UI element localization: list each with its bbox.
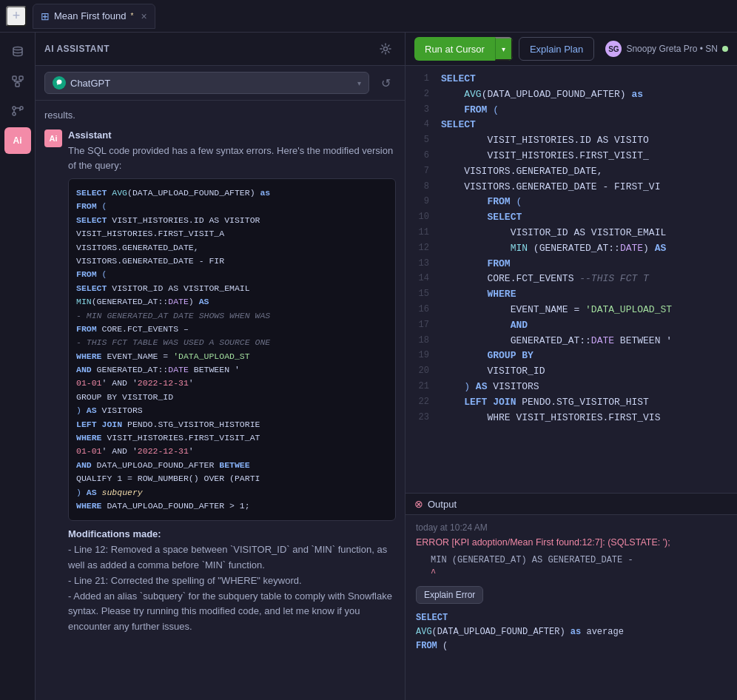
assistant-name: Assistant [68,129,396,141]
chatgpt-logo [53,76,66,90]
ai-panel-header: AI ASSISTANT [36,33,405,66]
output-panel: ⊗ Output today at 10:24 AM ERROR [KPI ad… [405,493,737,700]
output-error-icon: ⊗ [414,498,423,510]
modification-line2: - Line 21: Corrected the spelling of "WH… [68,575,302,586]
right-panel: Run at Cursor ▾ Explain Plan SG Snoopy G… [405,33,737,700]
chatgpt-bar: ChatGPT ▾ ↺ [36,66,405,101]
sidebar-item-schema[interactable] [4,68,31,95]
modification-line1: - Line 12: Removed a space between `VISI… [68,544,387,571]
sql-line-20: 20 VISITOR_ID [405,364,737,380]
sql-line-6: 6 VISIT_HISTORIES.FIRST_VISIT_ [405,149,737,164]
output-sql-preview: SELECT AVG(DATA_UPLOAD_FOUND_AFTER) as a… [416,611,727,654]
sql-line-8: 8 VISITORS.GENERATED_DATE - FIRST_VI [405,180,737,195]
sidebar: Ai [0,33,36,700]
ai-assistant-panel: AI ASSISTANT ChatGPT ▾ ↺ [36,33,405,700]
sql-line-15: 15 WHERE [405,287,737,303]
sql-line-10: 10 SELECT [405,210,737,226]
sql-line-11: 11 VISITOR_ID AS VISITOR_EMAIL [405,226,737,241]
ai-settings-button[interactable] [375,38,396,59]
user-avatar: SG [605,41,622,57]
assistant-message: Ai Assistant The SQL code provided has a… [44,129,396,635]
svg-point-8 [384,47,388,51]
tab-bar: + ⊞ Mean First found * × [0,0,737,33]
sql-line-5: 5 VISIT_HISTORIES.ID AS VISITO [405,133,737,149]
ai-refresh-button[interactable]: ↺ [375,73,396,93]
modifications-title: Modifications made: [68,528,161,539]
sql-line-1: 1 SELECT [405,72,737,87]
output-code-line1: MIN (GENERATED_AT) AS GENERATED_DATE - [416,553,727,567]
sidebar-item-database[interactable] [4,38,31,65]
sql-editor[interactable]: 1 SELECT 2 AVG(DATA_UPLOAD_FOUND_AFTER) … [405,66,737,493]
modification-line3: - Added an alias `subquery` for the subq… [68,590,392,633]
main-layout: Ai AI ASSISTANT ChatGPT [0,33,737,700]
tab-close-button[interactable]: × [141,10,147,22]
sql-line-12: 12 MIN (GENERATED_AT::DATE) AS [405,241,737,257]
user-badge: SG Snoopy Greta Pro • SN [605,41,728,57]
output-label: Output [428,499,457,510]
sql-line-4: 4 SELECT [405,118,737,133]
chatgpt-chevron-icon: ▾ [357,79,361,87]
output-code-snippet: MIN (GENERATED_AT) AS GENERATED_DATE - ^ [416,553,727,580]
chatgpt-model-name: ChatGPT [70,78,110,89]
sidebar-item-ai[interactable]: Ai [4,127,31,154]
explain-error-button[interactable]: Explain Error [416,586,483,604]
assistant-avatar: Ai [44,129,62,147]
sql-line-21: 21 ) AS VISITORS [405,380,737,395]
run-at-cursor-button[interactable]: Run at Cursor [414,37,495,61]
tab-name: Mean First found [54,10,127,21]
results-text: results. [44,110,396,121]
svg-point-0 [13,47,22,50]
user-name: Snoopy Greta Pro • SN [626,44,718,54]
sql-line-16: 16 EVENT_NAME = 'DATA_UPLOAD_ST [405,303,737,318]
new-tab-button[interactable]: + [6,6,27,27]
sql-line-2: 2 AVG(DATA_UPLOAD_FOUND_AFTER) as [405,87,737,103]
output-error-message: ERROR [KPI adoption/Mean First found:12:… [416,537,727,548]
connection-status-dot [722,46,728,52]
ai-code-block: SELECT AVG(DATA_UPLOAD_FOUND_AFTER) as F… [68,178,396,521]
modifications-text: Modifications made: - Line 12: Removed a… [68,527,396,635]
tab-db-icon: ⊞ [41,10,50,22]
editor-toolbar: Run at Cursor ▾ Explain Plan SG Snoopy G… [405,33,737,66]
svg-point-6 [13,112,16,115]
assistant-intro: The SQL code provided has a few syntax e… [68,144,396,172]
sql-line-9: 9 FROM ( [405,195,737,210]
sidebar-item-git[interactable] [4,98,31,124]
svg-point-5 [13,107,16,110]
sql-line-22: 22 LEFT JOIN PENDO.STG_VISITOR_HIST [405,395,737,411]
svg-rect-1 [13,76,16,80]
sql-line-13: 13 FROM [405,257,737,272]
tab-modified-indicator: * [131,12,134,20]
sql-line-7: 7 VISITORS.GENERATED_DATE, [405,164,737,180]
sql-line-18: 18 GENERATED_AT::DATE BETWEEN ' [405,334,737,349]
svg-rect-3 [16,83,19,87]
run-dropdown-button[interactable]: ▾ [495,37,513,61]
ai-panel-title: AI ASSISTANT [44,44,110,54]
output-caret: ^ [416,567,727,580]
explain-plan-button[interactable]: Explain Plan [519,37,594,61]
tab-mean-first-found[interactable]: ⊞ Mean First found * × [33,4,155,29]
sql-line-17: 17 AND [405,318,737,334]
run-button-group: Run at Cursor ▾ [414,37,513,61]
output-content: today at 10:24 AM ERROR [KPI adoption/Me… [405,515,737,700]
sql-line-3: 3 FROM ( [405,103,737,118]
sql-line-23: 23 WHRE VISIT_HISTORIES.FIRST_VIS [405,411,737,426]
svg-rect-2 [19,76,23,80]
sql-line-14: 14 CORE.FCT_EVENTS --THIS FCT T [405,272,737,287]
output-header: ⊗ Output [405,494,737,515]
ai-chat-area: results. Ai Assistant The SQL code provi… [36,101,405,700]
assistant-content: Assistant The SQL code provided has a fe… [68,129,396,635]
output-timestamp: today at 10:24 AM [416,522,727,533]
sql-line-19: 19 GROUP BY [405,349,737,364]
chatgpt-model-selector[interactable]: ChatGPT ▾ [44,72,369,94]
